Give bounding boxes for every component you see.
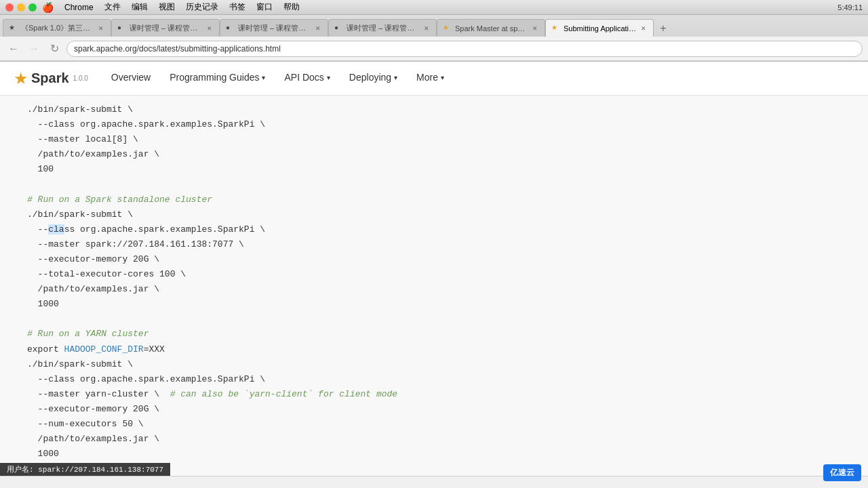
tab-4-close[interactable]: ✕: [422, 24, 431, 33]
code-line-2: --class org.apache.spark.examples.SparkP…: [27, 117, 841, 132]
tab-3-close[interactable]: ✕: [314, 24, 322, 33]
code-line-14: 1000: [27, 297, 841, 312]
spark-menu-api[interactable]: API Docs ▾: [275, 62, 339, 96]
status-bar: [0, 476, 868, 488]
main-content: ./bin/spark-submit \ --class org.apache.…: [0, 96, 868, 488]
code-line-22: /path/to/examples.jar \: [27, 432, 841, 447]
close-button[interactable]: [5, 3, 14, 12]
new-tab-button[interactable]: +: [655, 20, 671, 37]
spark-star-icon: ★: [14, 69, 28, 88]
code-line-9: --class org.apache.spark.examples.SparkP…: [27, 222, 841, 237]
code-block: ./bin/spark-submit \ --class org.apache.…: [0, 96, 868, 488]
code-line-19: --master yarn-cluster \ # can also be `y…: [27, 387, 841, 402]
spark-version: 1.0.0: [73, 75, 88, 82]
spark-logo[interactable]: ★ Spark 1.0.0: [14, 69, 88, 88]
tab-6-favicon: ★: [551, 24, 561, 33]
more-arrow-icon: ▾: [441, 74, 444, 81]
tab-3-label: 课时管理 – 课程管理 – 小太: [238, 23, 311, 33]
menu-help[interactable]: 帮助: [283, 1, 300, 13]
tab-2-close[interactable]: ✕: [205, 24, 214, 33]
apple-icon[interactable]: 🍎: [42, 2, 54, 13]
code-line-1: ./bin/spark-submit \: [27, 102, 841, 117]
browser-chrome: ★ 《Spark 1.0》第三期：6个 ✕ ● 课时管理 – 课程管理 – 小太…: [0, 15, 868, 62]
menu-bar: 🍎 Chrome 文件 编辑 视图 历史记录 书签 窗口 帮助: [42, 1, 837, 13]
code-line-8: ./bin/spark-submit \: [27, 207, 841, 222]
tab-4-label: 课时管理 – 课程管理 – 小太: [347, 23, 420, 33]
tab-2-favicon: ●: [117, 24, 127, 33]
tab-6-label: Submitting Applications: [564, 24, 637, 33]
tab-5-favicon: ★: [443, 24, 452, 33]
spark-menu-programming[interactable]: Programming Guides ▾: [160, 62, 275, 96]
tab-1-close[interactable]: ✕: [97, 24, 105, 33]
tab-1-label: 《Spark 1.0》第三期：6个: [21, 23, 94, 33]
menu-view[interactable]: 视图: [159, 1, 175, 13]
code-line-11: --executor-memory 20G \: [27, 252, 841, 267]
menu-window[interactable]: 窗口: [256, 1, 273, 13]
spark-menu-overview[interactable]: Overview: [102, 62, 160, 96]
code-comment-yarn: # Run on a YARN cluster: [27, 327, 841, 342]
address-text: spark.apache.org/docs/latest/submitting-…: [74, 44, 855, 54]
menu-history[interactable]: 历史记录: [186, 1, 218, 13]
code-line-13: /path/to/examples.jar \: [27, 282, 841, 297]
code-line-21: --num-executors 50 \: [27, 417, 841, 432]
system-indicators: 5:49:11: [837, 3, 863, 12]
code-line-20: --executor-memory 20G \: [27, 402, 841, 417]
menu-file[interactable]: 文件: [104, 1, 121, 13]
spark-navigation: ★ Spark 1.0.0 Overview Programming Guide…: [0, 62, 868, 96]
spark-menu: Overview Programming Guides ▾ API Docs ▾…: [102, 62, 454, 96]
forward-button[interactable]: →: [26, 41, 42, 57]
tab-5-close[interactable]: ✕: [531, 24, 539, 33]
code-line-23: 1000: [27, 447, 841, 462]
api-arrow-icon: ▾: [327, 74, 330, 81]
code-line-5: 100: [27, 162, 841, 177]
programming-arrow-icon: ▾: [262, 74, 265, 81]
menu-bookmarks[interactable]: 书签: [229, 1, 245, 13]
spark-menu-more-label: More: [416, 72, 438, 83]
spark-menu-more[interactable]: More ▾: [407, 62, 454, 96]
tooltip-bar: 用户名: spark://207.184.161.138:7077: [0, 463, 170, 476]
tabs-bar: ★ 《Spark 1.0》第三期：6个 ✕ ● 课时管理 – 课程管理 – 小太…: [0, 15, 868, 37]
menu-edit[interactable]: 编辑: [132, 1, 148, 13]
address-bar[interactable]: spark.apache.org/docs/latest/submitting-…: [66, 41, 863, 57]
code-line-10: --master spark://207.184.161.138:7077 \: [27, 237, 841, 252]
code-line-4: /path/to/examples.jar \: [27, 147, 841, 162]
tab-2-label: 课时管理 – 课程管理 – 小太: [130, 23, 203, 33]
tooltip-text: 用户名: spark://207.184.161.138:7077: [7, 466, 163, 474]
back-button[interactable]: ←: [5, 41, 22, 57]
tab-4-favicon: ●: [334, 24, 344, 33]
code-comment-standalone: # Run on a Spark standalone cluster: [27, 192, 841, 207]
tab-3[interactable]: ● 课时管理 – 课程管理 – 小太 ✕: [220, 19, 328, 37]
navigation-bar: ← → ↻ spark.apache.org/docs/latest/submi…: [0, 37, 868, 61]
tab-5[interactable]: ★ Spark Master at spark:// ✕: [437, 19, 545, 37]
spark-name: Spark: [31, 70, 69, 86]
menu-chrome[interactable]: Chrome: [64, 3, 94, 12]
yisu-badge: 亿速云: [823, 464, 861, 481]
reload-button[interactable]: ↻: [46, 41, 62, 57]
tab-6[interactable]: ★ Submitting Applications ✕: [545, 19, 654, 37]
spark-menu-programming-label: Programming Guides: [170, 72, 259, 83]
code-line-12: --total-executor-cores 100 \: [27, 267, 841, 282]
tab-1-favicon: ★: [9, 24, 18, 33]
tab-3-favicon: ●: [226, 24, 235, 33]
tab-6-close[interactable]: ✕: [639, 24, 648, 33]
code-line-16: export HADOOP_CONF_DIR=XXX: [27, 342, 841, 357]
minimize-button[interactable]: [17, 3, 25, 12]
code-line-18: --class org.apache.spark.examples.SparkP…: [27, 372, 841, 387]
code-line-17: ./bin/spark-submit \: [27, 357, 841, 372]
code-line-3: --master local[8] \: [27, 132, 841, 147]
tab-4[interactable]: ● 课时管理 – 课程管理 – 小太 ✕: [328, 19, 437, 37]
maximize-button[interactable]: [28, 3, 37, 12]
spark-menu-deploying[interactable]: Deploying ▾: [340, 62, 407, 96]
time-display: 5:49:11: [837, 3, 863, 12]
tab-1[interactable]: ★ 《Spark 1.0》第三期：6个 ✕: [3, 19, 111, 37]
deploying-arrow-icon: ▾: [394, 74, 397, 81]
spark-menu-deploying-label: Deploying: [349, 72, 391, 83]
tab-5-label: Spark Master at spark://: [455, 24, 528, 33]
title-bar: 🍎 Chrome 文件 编辑 视图 历史记录 书签 窗口 帮助 5:49:11: [0, 0, 868, 15]
traffic-lights: [5, 3, 37, 12]
tab-2[interactable]: ● 课时管理 – 课程管理 – 小太 ✕: [111, 19, 220, 37]
spark-menu-api-label: API Docs: [284, 72, 323, 83]
